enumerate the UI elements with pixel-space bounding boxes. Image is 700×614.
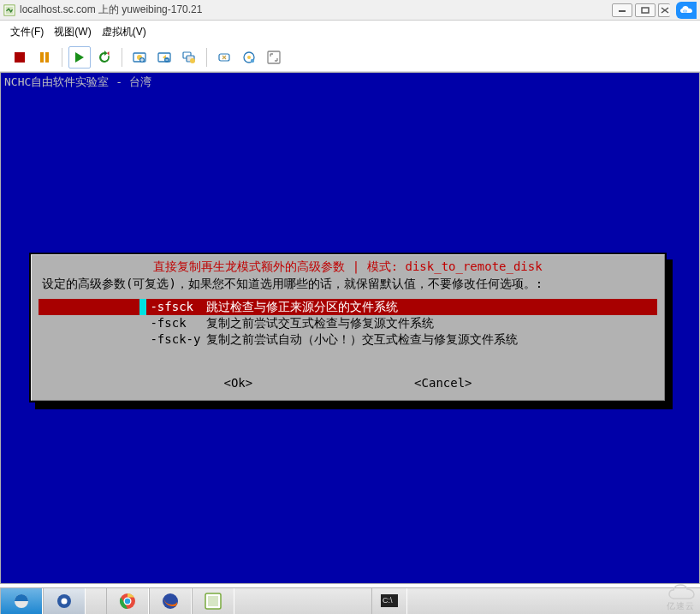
task-item-ie[interactable] [0,588,43,615]
vm-console[interactable]: NCHC自由软件实验室 - 台湾 直接复制再生龙模式额外的高级参数 | 模式: … [1,73,699,583]
window-title: localhost.sc.com 上的 yuweibing-170.21 [20,3,202,17]
task-item-explorer[interactable] [43,588,86,615]
svg-text:C:\: C:\ [383,596,393,605]
revert-snapshot-button[interactable] [153,46,175,69]
toolbar-separator [122,48,122,67]
task-item-firefox[interactable] [149,588,192,615]
snapshot-icon [133,51,146,64]
dialog-option-fsck-y[interactable]: -fsck-y复制之前尝试自动（小心！）交互式检查与修复源文件系统 [39,331,657,348]
dialog-buttons: <Ok> <Cancel> [32,376,664,390]
svg-point-26 [125,599,130,604]
window-titlebar: localhost.sc.com 上的 yuweibing-170.21 ∞ [0,0,700,21]
terminal-icon: C:\ [380,592,399,611]
svg-point-22 [62,599,68,605]
fullscreen-icon [267,51,281,64]
svg-text:∞: ∞ [683,7,687,13]
refresh-icon [98,51,111,64]
menu-vm[interactable]: 虚拟机(V) [102,25,146,39]
pause-icon [40,52,49,63]
manage-snapshots-icon [182,51,196,64]
minimize-button[interactable] [612,3,632,17]
vmware-task-icon [204,592,222,611]
chrome-icon [118,592,137,611]
toolbar-separator [206,48,207,67]
snapshot-button[interactable] [128,46,151,69]
full-screen-button[interactable] [263,46,285,69]
option-flag: -sfsck [150,299,203,315]
watermark-brand: 亿速云 [667,600,695,612]
svg-rect-2 [619,10,626,12]
option-flag: -fsck-y [150,331,203,348]
dialog-option-fsck[interactable]: -fsck复制之前尝试交互式检查与修复源文件系统 [39,315,657,331]
dialog-message: 设定的高级参数(可复选)，如果您不知道选用哪些的话，就保留默认值，不要修改任何选… [39,276,657,293]
ok-button[interactable]: <Ok> [223,376,252,390]
close-button[interactable] [658,3,670,17]
windows-taskbar: C:\ 亿速云 [0,587,700,614]
maximize-button[interactable] [635,3,656,17]
svg-rect-29 [208,596,218,606]
firefox-icon [161,592,180,611]
titlebar-left: localhost.sc.com 上的 yuweibing-170.21 [3,3,202,17]
option-desc: 复制之前尝试自动（小心！）交互式检查与修复源文件系统 [206,331,518,348]
menu-view[interactable]: 视图(W) [54,25,91,39]
option-flag: -fsck [150,315,203,331]
unity-icon [242,51,256,64]
explorer-icon [55,592,74,611]
revert-snapshot-icon [157,51,171,64]
reset-button[interactable] [93,46,116,69]
window-controls: ∞ [612,2,697,19]
toolbar [0,44,700,72]
console-header-text: NCHC自由软件实验室 - 台湾 [1,73,699,92]
svg-point-18 [251,59,254,63]
ie-icon [12,592,31,611]
stop-button[interactable] [9,46,31,69]
option-desc: 复制之前尝试交互式检查与修复源文件系统 [206,315,434,331]
svg-point-17 [247,56,251,59]
stop-icon [15,52,25,63]
devices-icon [217,51,231,64]
manage-snapshots-button[interactable] [178,46,200,69]
dialog-option-sfsck[interactable]: --sfsck跳过检查与修正来源分区的文件系统 [39,299,657,315]
cancel-button[interactable]: <Cancel> [414,376,472,390]
dialog-options: --sfsck跳过检查与修正来源分区的文件系统 -fsck复制之前尝试交互式检查… [39,299,657,348]
toolbar-separator [62,48,62,67]
ncurses-dialog: 直接复制再生龙模式额外的高级参数 | 模式: disk_to_remote_di… [29,253,667,402]
toggle-unity-button[interactable] [238,46,260,69]
vmware-icon [3,4,15,16]
pause-button[interactable] [33,46,56,69]
cloud-badge-icon: ∞ [676,2,697,19]
task-item-terminal[interactable]: C:\ [371,588,407,615]
dialog-title: 直接复制再生龙模式额外的高级参数 | 模式: disk_to_remote_di… [39,259,657,276]
menubar: 文件(F) 视图(W) 虚拟机(V) [0,21,700,44]
svg-rect-3 [642,8,649,13]
svg-rect-19 [268,51,280,63]
task-item-vmware[interactable] [192,588,234,615]
play-button[interactable] [68,46,91,69]
menu-file[interactable]: 文件(F) [10,25,44,39]
play-icon [75,52,84,63]
task-item-chrome[interactable] [106,588,149,615]
show-devices-button[interactable] [213,46,235,69]
option-desc: 跳过检查与修正来源分区的文件系统 [206,299,398,315]
svg-point-14 [190,58,195,63]
